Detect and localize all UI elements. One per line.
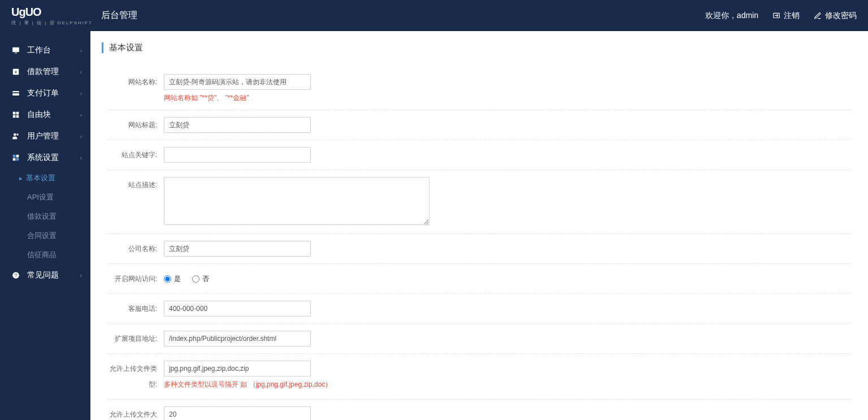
sub-item-basic[interactable]: 基本设置 xyxy=(27,168,90,188)
input-keywords[interactable] xyxy=(164,147,311,163)
label-site-name: 网站名称: xyxy=(107,74,164,90)
change-password-link[interactable]: 修改密码 xyxy=(814,11,857,21)
input-hotline[interactable] xyxy=(164,301,311,317)
radio-yes[interactable] xyxy=(164,275,171,283)
header: UgUO 优 | 果 | 信 | 贷 DELPSHIFT 后台管理 欢迎你，ad… xyxy=(0,0,868,31)
sidebar-item-dashboard[interactable]: 工作台 › xyxy=(0,40,90,61)
label-enable-access: 开启网站访问: xyxy=(107,271,164,287)
input-upload-types[interactable] xyxy=(164,361,311,376)
svg-rect-8 xyxy=(16,112,19,115)
sub-item-contract[interactable]: 合同设置 xyxy=(27,226,90,245)
input-upload-size[interactable] xyxy=(164,406,311,420)
app-title: 后台管理 xyxy=(101,10,137,21)
label-upload-size: 允许上传文件大小: xyxy=(107,406,164,420)
logo-subtitle: 优 | 果 | 信 | 贷 DELPSHIFT xyxy=(11,20,93,26)
radio-no-label[interactable]: 否 xyxy=(192,271,209,287)
main-content: 基本设置 网站名称: 网站名称如 "**贷"、 "**金融" 网站标题: 站点关… xyxy=(90,31,868,420)
help-icon: ? xyxy=(11,271,20,280)
input-site-title[interactable] xyxy=(164,117,311,133)
row-upload-types: 允许上传文件类型: 多种文件类型以逗号隔开 如 （jpg,png,gif,jpe… xyxy=(107,354,851,400)
sidebar-item-label: 用户管理 xyxy=(27,131,59,141)
label-keywords: 站点关键字: xyxy=(107,147,164,163)
sidebar-item-settings[interactable]: 系统设置 › xyxy=(0,147,90,168)
row-upload-size: 允许上传文件大小: 单位 （MB） xyxy=(107,400,851,420)
textarea-description[interactable] xyxy=(164,177,429,225)
svg-rect-7 xyxy=(13,112,16,115)
row-enable-access: 开启网站访问: 是 否 xyxy=(107,264,851,294)
card-icon xyxy=(11,89,20,98)
logo-text: UgUO xyxy=(11,6,93,19)
sidebar-item-label: 系统设置 xyxy=(27,153,59,163)
user-icon xyxy=(11,132,20,141)
sidebar-item-payment[interactable]: 支付订单 › xyxy=(0,83,90,104)
chevron-right-icon: › xyxy=(80,133,82,140)
radio-no[interactable] xyxy=(192,275,199,283)
svg-rect-16 xyxy=(16,158,19,161)
settings-icon xyxy=(11,153,20,162)
loan-icon: ¥ xyxy=(11,67,20,76)
grid-icon xyxy=(11,110,20,119)
sub-nav: 基本设置 API设置 借款设置 合同设置 信征商品 xyxy=(0,168,90,265)
logout-icon xyxy=(772,12,780,20)
input-site-name[interactable] xyxy=(164,74,311,90)
chevron-right-icon: › xyxy=(80,155,82,161)
sidebar-item-faq[interactable]: ? 常见问题 › xyxy=(0,265,90,286)
row-keywords: 站点关键字: xyxy=(107,140,851,170)
svg-rect-15 xyxy=(13,158,16,161)
svg-rect-2 xyxy=(15,53,18,53)
input-ext-url[interactable] xyxy=(164,331,311,347)
sub-item-credit[interactable]: 信征商品 xyxy=(27,245,90,265)
chevron-right-icon: › xyxy=(80,90,82,97)
chevron-right-icon: › xyxy=(80,272,82,279)
row-site-name: 网站名称: 网站名称如 "**贷"、 "**金融" xyxy=(107,67,851,110)
svg-text:¥: ¥ xyxy=(15,70,17,74)
sub-item-loan[interactable]: 借款设置 xyxy=(27,207,90,226)
sub-item-api[interactable]: API设置 xyxy=(27,188,90,207)
sidebar-item-label: 自由块 xyxy=(27,110,51,120)
svg-rect-6 xyxy=(12,92,19,93)
row-hotline: 客服电话: xyxy=(107,294,851,324)
radio-yes-label[interactable]: 是 xyxy=(164,271,181,287)
sidebar-item-label: 工作台 xyxy=(27,45,51,55)
chevron-right-icon: › xyxy=(80,47,82,54)
header-actions: 欢迎你，admin 注销 修改密码 xyxy=(705,11,857,21)
logo-area: UgUO 优 | 果 | 信 | 贷 DELPSHIFT 后台管理 xyxy=(11,6,137,26)
chevron-right-icon: › xyxy=(80,112,82,118)
sidebar-item-loan[interactable]: ¥ 借款管理 › xyxy=(0,61,90,83)
page-title: 基本设置 xyxy=(102,42,851,53)
svg-rect-1 xyxy=(12,47,19,52)
svg-rect-10 xyxy=(16,115,19,118)
svg-point-11 xyxy=(14,133,16,136)
svg-rect-9 xyxy=(13,115,16,118)
logout-link[interactable]: 注销 xyxy=(772,11,800,21)
chevron-right-icon: › xyxy=(80,69,82,75)
hint-site-name: 网站名称如 "**贷"、 "**金融" xyxy=(164,93,503,103)
label-description: 站点描述: xyxy=(107,177,164,193)
label-ext-url: 扩展项目地址: xyxy=(107,331,164,347)
edit-icon xyxy=(814,12,822,20)
row-company: 公司名称: xyxy=(107,234,851,264)
svg-point-12 xyxy=(16,133,19,136)
sidebar-item-label: 借款管理 xyxy=(27,67,59,77)
label-hotline: 客服电话: xyxy=(107,301,164,317)
svg-text:?: ? xyxy=(15,273,18,278)
svg-rect-13 xyxy=(13,155,16,158)
hint-upload-types: 多种文件类型以逗号隔开 如 （jpg,png,gif,jpeg,zip,doc） xyxy=(164,380,503,389)
sidebar-item-freeblock[interactable]: 自由块 › xyxy=(0,104,90,125)
sidebar-item-label: 常见问题 xyxy=(27,270,59,280)
row-ext-url: 扩展项目地址: xyxy=(107,324,851,354)
row-site-title: 网站标题: xyxy=(107,110,851,140)
label-company: 公司名称: xyxy=(107,241,164,257)
input-company[interactable] xyxy=(164,241,311,257)
label-site-title: 网站标题: xyxy=(107,117,164,133)
desktop-icon xyxy=(11,46,20,55)
sidebar-item-label: 支付订单 xyxy=(27,88,59,98)
welcome-text: 欢迎你，admin xyxy=(705,11,758,21)
sidebar: 工作台 › ¥ 借款管理 › 支付订单 › 自由块 › 用户管理 › 系统设置 … xyxy=(0,31,90,420)
svg-rect-14 xyxy=(16,155,19,158)
sidebar-item-users[interactable]: 用户管理 › xyxy=(0,125,90,147)
row-description: 站点描述: xyxy=(107,170,851,234)
label-upload-types: 允许上传文件类型: xyxy=(107,361,164,392)
